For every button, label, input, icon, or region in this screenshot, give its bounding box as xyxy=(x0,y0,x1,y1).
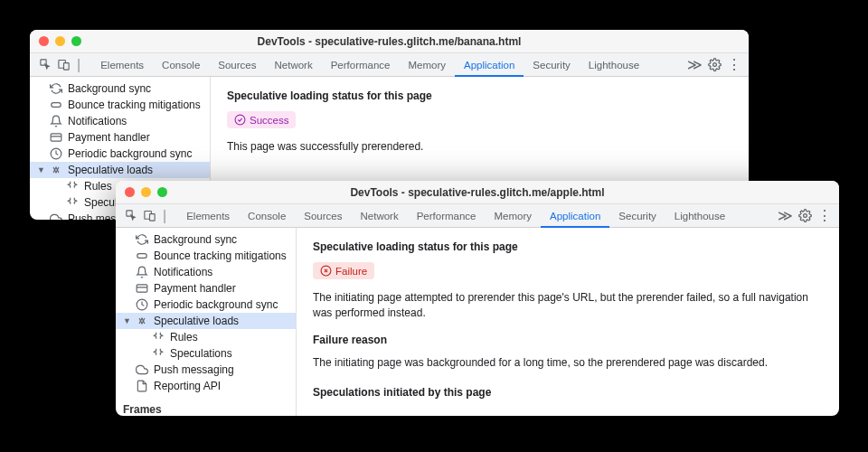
tab-lighthouse[interactable]: Lighthouse xyxy=(665,204,734,228)
sidebar-item-speculations[interactable]: Speculations xyxy=(116,345,296,362)
tab-application[interactable]: Application xyxy=(455,53,524,77)
speculations-heading: Speculations initiated by this page xyxy=(313,386,823,399)
device-toggle-icon[interactable] xyxy=(141,208,157,224)
window-title: DevTools - speculative-rules.glitch.me/b… xyxy=(258,35,522,48)
traffic-lights xyxy=(39,36,81,46)
close-icon[interactable] xyxy=(125,187,135,197)
minimize-icon[interactable] xyxy=(55,36,65,46)
tab-sources[interactable]: Sources xyxy=(209,53,265,77)
device-toggle-icon[interactable] xyxy=(55,57,71,73)
cloud-icon xyxy=(50,212,62,220)
sidebar-item-periodic-background-sync[interactable]: Periodic background sync xyxy=(30,146,210,162)
tab-lighthouse[interactable]: Lighthouse xyxy=(580,53,648,77)
report-icon xyxy=(136,380,148,392)
chevron-down-icon: ▼ xyxy=(123,316,131,325)
tab-memory[interactable]: Memory xyxy=(486,204,542,228)
bell-icon xyxy=(136,266,148,278)
payment-icon xyxy=(50,131,62,144)
clock-icon xyxy=(136,298,148,311)
titlebar[interactable]: DevTools - speculative-rules.glitch.me/a… xyxy=(116,181,839,204)
bounce-icon xyxy=(50,99,62,111)
sidebar-item-rules[interactable]: Rules xyxy=(116,329,296,345)
tab-console[interactable]: Console xyxy=(239,204,295,228)
inspect-icon[interactable] xyxy=(37,57,53,73)
sidebar-item-periodic-background-sync[interactable]: Periodic background sync xyxy=(116,297,296,313)
sidebar-item-speculative-loads[interactable]: ▼Speculative loads xyxy=(30,162,210,178)
tab-sources[interactable]: Sources xyxy=(295,204,351,228)
devtools-toolbar: | ElementsConsoleSourcesNetworkPerforman… xyxy=(116,204,839,228)
sidebar-item-bounce-tracking-mitigations[interactable]: Bounce tracking mitigations xyxy=(30,97,210,113)
sidebar-item-background-sync[interactable]: Background sync xyxy=(30,80,210,97)
status-description: This page was successfully prerendered. xyxy=(227,139,732,155)
check-icon xyxy=(234,114,246,126)
spec-icon xyxy=(66,196,79,209)
status-badge: Failure xyxy=(313,262,374,279)
tab-network[interactable]: Network xyxy=(351,204,407,228)
panel-tabs: ElementsConsoleSourcesNetworkPerformance… xyxy=(91,53,685,77)
maximize-icon[interactable] xyxy=(157,187,167,197)
window-title: DevTools - speculative-rules.glitch.me/a… xyxy=(350,186,604,199)
panel-tabs: ElementsConsoleSourcesNetworkPerformance… xyxy=(177,204,776,228)
devtools-window-2: DevTools - speculative-rules.glitch.me/a… xyxy=(116,181,839,416)
clock-icon xyxy=(50,147,62,160)
tab-security[interactable]: Security xyxy=(609,204,665,228)
rules-icon xyxy=(152,331,165,344)
tab-elements[interactable]: Elements xyxy=(177,204,239,228)
spec-icon xyxy=(152,347,165,360)
tab-performance[interactable]: Performance xyxy=(322,53,400,77)
tab-console[interactable]: Console xyxy=(153,53,209,77)
sync-icon xyxy=(136,233,148,246)
status-badge: Success xyxy=(227,111,296,128)
maximize-icon[interactable] xyxy=(71,36,81,46)
bounce-icon xyxy=(136,250,148,262)
sidebar-item-reporting-api[interactable]: Reporting API xyxy=(116,378,296,394)
traffic-lights xyxy=(125,187,167,197)
sidebar: Background syncBounce tracking mitigatio… xyxy=(116,228,297,416)
frames-section-label: Frames xyxy=(116,398,296,416)
chevron-down-icon: ▼ xyxy=(37,165,45,174)
more-icon[interactable]: ⋮ xyxy=(817,207,832,224)
sidebar-item-speculative-loads[interactable]: ▼Speculative loads xyxy=(116,313,296,329)
close-icon[interactable] xyxy=(39,36,49,46)
titlebar[interactable]: DevTools - speculative-rules.glitch.me/b… xyxy=(30,30,749,53)
cloud-icon xyxy=(136,363,148,376)
tab-network[interactable]: Network xyxy=(265,53,321,77)
gear-icon[interactable] xyxy=(708,58,722,71)
sidebar-item-notifications[interactable]: Notifications xyxy=(116,264,296,280)
tab-security[interactable]: Security xyxy=(524,53,580,77)
tab-performance[interactable]: Performance xyxy=(408,204,486,228)
tab-memory[interactable]: Memory xyxy=(400,53,456,77)
failure-reason-text: The initiating page was backgrounded for… xyxy=(313,355,823,371)
overflow-icon[interactable]: ≫ xyxy=(778,207,793,224)
status-description: The initiating page attempted to prerend… xyxy=(313,290,823,321)
minimize-icon[interactable] xyxy=(141,187,151,197)
inspect-icon[interactable] xyxy=(123,208,139,224)
sidebar-item-background-sync[interactable]: Background sync xyxy=(116,231,296,248)
x-icon xyxy=(320,265,332,277)
bell-icon xyxy=(50,115,62,127)
devtools-toolbar: | ElementsConsoleSourcesNetworkPerforman… xyxy=(30,53,749,77)
sidebar-item-payment-handler[interactable]: Payment handler xyxy=(30,129,210,146)
tab-elements[interactable]: Elements xyxy=(91,53,153,77)
failure-reason-heading: Failure reason xyxy=(313,334,823,346)
payment-icon xyxy=(136,282,148,295)
sidebar-item-notifications[interactable]: Notifications xyxy=(30,113,210,129)
status-heading: Speculative loading status for this page xyxy=(313,240,823,253)
sidebar-item-push-messaging[interactable]: Push messaging xyxy=(116,362,296,378)
tab-application[interactable]: Application xyxy=(541,204,609,228)
sync-icon xyxy=(50,82,62,95)
sidebar-item-bounce-tracking-mitigations[interactable]: Bounce tracking mitigations xyxy=(116,248,296,264)
gear-icon[interactable] xyxy=(798,209,812,222)
speculative-icon xyxy=(50,164,62,176)
content-panel: Speculative loading status for this page… xyxy=(297,228,839,416)
sidebar-item-payment-handler[interactable]: Payment handler xyxy=(116,280,296,297)
speculative-icon xyxy=(136,315,148,327)
rules-icon xyxy=(66,180,79,193)
overflow-icon[interactable]: ≫ xyxy=(687,56,703,73)
status-heading: Speculative loading status for this page xyxy=(227,89,732,102)
more-icon[interactable]: ⋮ xyxy=(727,56,741,73)
